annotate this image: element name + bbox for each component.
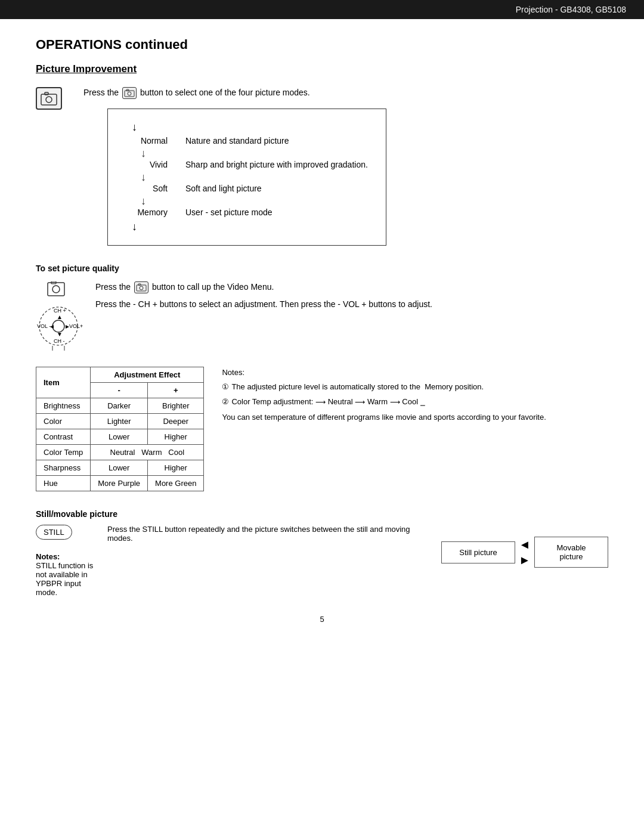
brightness-plus: Brighter — [148, 398, 204, 414]
col-plus: + — [148, 383, 204, 398]
arrow1: ↓ — [126, 148, 368, 159]
picture-mode-section: Press the button to select one of the fo… — [36, 87, 608, 246]
page-number: 5 — [36, 615, 608, 624]
flow-vivid: Vivid Sharp and bright picture with impr… — [126, 160, 368, 169]
arrow3: ↓ — [126, 196, 368, 206]
remote-icon-area: CH + CH - VOL - VOL+ ▲ ▼ ◄ ► — [36, 281, 83, 355]
row-brightness: Brightness Darker Brighter — [36, 398, 204, 414]
quality-heading: To set picture quality — [36, 264, 608, 273]
arrow-left-icon: ◄ — [519, 538, 531, 550]
svg-point-22 — [140, 286, 143, 290]
col-adjustment: Adjustment Effect — [91, 367, 204, 383]
press-suffix: button to select one of the four picture… — [140, 88, 310, 97]
still-notes-block: Notes: STILL function is not available i… — [36, 552, 95, 597]
colortemp-values: Neutral Warm Cool — [91, 445, 204, 460]
svg-rect-2 — [45, 92, 48, 95]
hue-minus: More Purple — [91, 476, 148, 491]
col-minus: - — [91, 383, 148, 398]
picture-mode-icon — [36, 87, 62, 110]
remote-svg: CH + CH - VOL - VOL+ ▲ ▼ ◄ ► — [36, 281, 83, 353]
note3: You can set temperature of different pro… — [222, 411, 608, 423]
svg-point-4 — [128, 92, 131, 95]
adjustment-table: Item Adjustment Effect - + Brightness Da… — [36, 367, 204, 491]
inline-camera-icon — [122, 87, 137, 99]
svg-rect-6 — [48, 283, 64, 296]
still-heading: Still/movable picture — [36, 509, 608, 519]
movable-picture-label: Movable picture — [556, 543, 586, 561]
press-mode-text: Press the button to select one of the fo… — [83, 87, 608, 99]
table-section: Item Adjustment Effect - + Brightness Da… — [36, 367, 608, 491]
flow-vivid-label: Vivid — [126, 160, 168, 169]
color-plus: Deeper — [148, 414, 204, 429]
picture-icon-area — [36, 87, 72, 110]
svg-text:▲: ▲ — [57, 314, 63, 320]
still-notes-bold: Notes: — [36, 552, 60, 561]
still-button-label[interactable]: STILL — [36, 525, 72, 540]
press-video-suffix: button to call up the Video Menu. — [152, 282, 274, 292]
item-brightness: Brightness — [36, 398, 91, 414]
notes-section: Notes: ① The adjusted picture level is a… — [222, 367, 608, 491]
quality-text-block: Press the button to call up the Video Me… — [95, 281, 608, 315]
table-container: Item Adjustment Effect - + Brightness Da… — [36, 367, 204, 491]
svg-point-1 — [46, 97, 52, 103]
still-left: STILL Notes: STILL function is not avail… — [36, 525, 95, 597]
flow-normal: Normal Nature and standard picture — [126, 136, 368, 145]
flow-soft-desc: Soft and light picture — [185, 184, 262, 193]
quality-section: To set picture quality CH + CH - VOL - — [36, 264, 608, 355]
contrast-minus: Lower — [91, 429, 148, 445]
camera-svg — [40, 91, 58, 106]
sharpness-plus: Higher — [148, 460, 204, 476]
note2-cool: Cool — [402, 397, 418, 406]
note1-text: The adjusted picture level is automatica… — [231, 382, 484, 391]
note3-text: You can set temperature of different pro… — [222, 413, 546, 422]
flow-memory-label: Memory — [126, 208, 168, 217]
still-middle: Press the STILL button repeatedly and th… — [107, 525, 429, 543]
item-colortemp: Color Temp — [36, 445, 91, 460]
inline-video-icon — [134, 281, 148, 293]
still-picture-label: Still picture — [459, 548, 497, 557]
row-contrast: Contrast Lower Higher — [36, 429, 204, 445]
header-bar: Projection - GB4308, GB5108 — [0, 0, 644, 19]
flow-soft-label: Soft — [126, 184, 168, 193]
header-title: Projection - GB4308, GB5108 — [516, 5, 626, 14]
col-item: Item — [36, 367, 91, 398]
brightness-minus: Darker — [91, 398, 148, 414]
still-movable-diagram: Still picture ◄ ► Movable picture — [441, 537, 608, 568]
svg-rect-23 — [138, 284, 141, 286]
color-minus: Lighter — [91, 414, 148, 429]
svg-text:VOL+: VOL+ — [69, 323, 83, 329]
flow-vivid-desc: Sharp and bright picture with improved g… — [185, 160, 368, 169]
quality-content: CH + CH - VOL - VOL+ ▲ ▼ ◄ ► — [36, 281, 608, 355]
flow-memory: Memory User - set picture mode — [126, 208, 368, 217]
main-content: OPERATIONS continued Picture Improvement… — [0, 19, 644, 648]
note2-prefix: Color Temp adjustment: — [231, 397, 315, 406]
row-hue: Hue More Purple More Green — [36, 476, 204, 491]
flow-soft: Soft Soft and light picture — [126, 184, 368, 193]
row-color: Color Lighter Deeper — [36, 414, 204, 429]
flow-normal-desc: Nature and standard picture — [185, 136, 289, 145]
svg-rect-5 — [126, 89, 129, 91]
hue-plus: More Green — [148, 476, 204, 491]
still-content: STILL Notes: STILL function is not avail… — [36, 525, 608, 597]
item-contrast: Contrast — [36, 429, 91, 445]
svg-text:◄: ◄ — [49, 323, 55, 330]
press-video-prefix: Press the — [95, 282, 131, 292]
row-colortemp: Color Temp Neutral Warm Cool — [36, 445, 204, 460]
press-prefix: Press the — [83, 88, 119, 97]
item-color: Color — [36, 414, 91, 429]
svg-text:CH +: CH + — [54, 308, 66, 314]
note2-neutral: Neutral — [328, 397, 355, 406]
arrow2: ↓ — [126, 172, 368, 182]
adjust-line: Press the - CH + buttons to select an ad… — [95, 299, 608, 309]
section1-heading: Picture Improvement — [36, 63, 608, 75]
svg-point-7 — [52, 286, 60, 293]
svg-text:▼: ▼ — [57, 331, 63, 337]
video-menu-line: Press the button to call up the Video Me… — [95, 281, 608, 293]
still-right: Still picture ◄ ► Movable picture — [441, 525, 608, 568]
page-title: OPERATIONS continued — [36, 37, 608, 52]
note2: ② Color Temp adjustment: ⟶ Neutral ⟶ War… — [222, 396, 608, 408]
svg-rect-0 — [41, 94, 57, 105]
still-picture-box: Still picture — [441, 541, 515, 563]
flow-normal-label: Normal — [126, 136, 168, 145]
note2-warm: Warm — [367, 397, 390, 406]
